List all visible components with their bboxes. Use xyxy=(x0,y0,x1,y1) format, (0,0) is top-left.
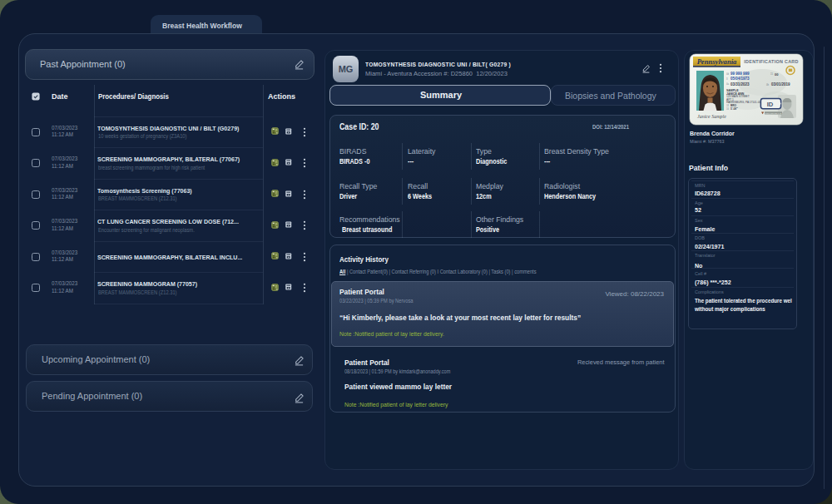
svg-text:99 999 999: 99 999 999 xyxy=(730,72,750,76)
svg-text:IDENTIFICATION CARD: IDENTIFICATION CARD xyxy=(744,59,799,64)
svg-text:Pennsylvania: Pennsylvania xyxy=(697,57,737,66)
svg-text:NOT FOR REAL ID: NOT FOR REAL ID xyxy=(765,112,782,114)
svg-text:03/01/2019: 03/01/2019 xyxy=(771,82,790,86)
svg-text:5'-08": 5'-08" xyxy=(730,107,738,111)
svg-text:ID: ID xyxy=(767,101,774,108)
svg-text:Janice Sample: Janice Sample xyxy=(697,114,726,119)
svg-text:05/04/1973: 05/04/1973 xyxy=(730,77,750,81)
svg-text:00: 00 xyxy=(775,72,779,77)
svg-text:03/31/2023: 03/31/2023 xyxy=(730,82,750,86)
